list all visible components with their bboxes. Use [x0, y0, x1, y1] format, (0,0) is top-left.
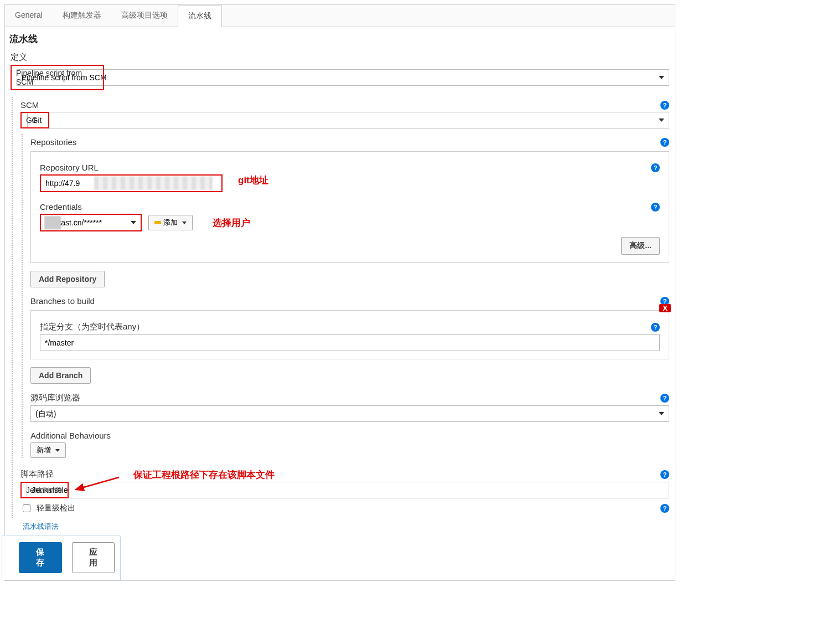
repository-card: Repository URL ? git地址	[30, 151, 669, 263]
tab-triggers[interactable]: 构建触发器	[53, 5, 111, 27]
help-repositories-icon[interactable]: ?	[660, 138, 669, 147]
help-branch-spec-icon[interactable]: ?	[651, 323, 660, 332]
add-credentials-button[interactable]: 添加	[148, 215, 193, 230]
definition-select-value: Pipeline script from SCM	[12, 66, 103, 89]
tabs-bar: General 构建触发器 高级项目选项 流水线	[5, 5, 675, 27]
repo-browser-select[interactable]: (自动)	[30, 405, 669, 422]
branch-card: X 指定分支（为空时代表any） ?	[30, 310, 669, 359]
annotation-script-note: 保证工程根路径下存在该脚本文件	[133, 468, 275, 481]
delete-branch-button[interactable]: X	[659, 304, 671, 312]
repo-url-input[interactable]	[41, 176, 221, 191]
label-branches: Branches to build	[30, 296, 95, 306]
new-behaviour-button[interactable]: 新增	[30, 442, 66, 458]
footer-actions: 保存 应用	[2, 535, 121, 580]
add-repository-button[interactable]: Add Repository	[30, 271, 105, 287]
label-additional-behaviours: Additional Behaviours	[30, 431, 111, 440]
label-branch-spec: 指定分支（为空时代表any）	[40, 322, 144, 332]
tab-pipeline[interactable]: 流水线	[178, 5, 222, 27]
caret-icon-2	[55, 449, 60, 452]
section-title: 流水线	[5, 27, 675, 49]
label-script-path: 脚本路径	[20, 469, 54, 480]
advanced-button[interactable]: 高级...	[621, 237, 660, 255]
tab-general[interactable]: General	[5, 5, 53, 27]
add-credentials-label: 添加	[163, 218, 178, 228]
branch-spec-input[interactable]	[40, 334, 660, 351]
new-behaviour-label: 新增	[37, 445, 51, 455]
add-branch-button[interactable]: Add Branch	[30, 367, 91, 384]
svg-line-0	[76, 477, 119, 490]
apply-button[interactable]: 应用	[72, 542, 115, 573]
label-definition: 定义	[11, 52, 27, 63]
pipeline-syntax-link[interactable]: 流水线语法	[11, 518, 669, 535]
blur-cred	[44, 216, 61, 229]
label-lightweight: 轻量级检出	[37, 503, 75, 513]
definition-select[interactable]: Pipeline script from SCM	[17, 69, 669, 86]
label-repo-browser: 源码库浏览器	[30, 393, 80, 403]
help-lightweight-icon[interactable]: ?	[660, 504, 669, 513]
arrow-icon	[71, 474, 121, 496]
help-scm-icon[interactable]: ?	[660, 101, 669, 110]
annotation-git-url: git地址	[238, 174, 268, 187]
help-repo-url-icon[interactable]: ?	[651, 163, 660, 172]
key-icon	[154, 221, 161, 224]
label-repositories: Repositories	[30, 137, 76, 147]
help-credentials-icon[interactable]: ?	[651, 203, 660, 212]
annotation-select-user: 选择用户	[213, 217, 250, 229]
label-credentials: Credentials	[40, 202, 82, 212]
scm-select[interactable]: Git	[27, 112, 669, 128]
label-repo-url: Repository URL	[40, 163, 99, 172]
help-repo-browser-icon[interactable]: ?	[660, 394, 669, 403]
lightweight-checkbox[interactable]	[23, 504, 30, 512]
save-button[interactable]: 保存	[19, 542, 62, 573]
tab-advanced-project[interactable]: 高级项目选项	[111, 5, 178, 27]
help-script-path-icon[interactable]: ?	[660, 470, 669, 479]
caret-icon	[182, 221, 187, 224]
scm-select-value: Git	[22, 113, 48, 127]
script-path-input[interactable]	[27, 482, 669, 498]
script-path-value-box: Jenkinsfile	[22, 483, 68, 497]
label-scm: SCM	[20, 100, 39, 110]
